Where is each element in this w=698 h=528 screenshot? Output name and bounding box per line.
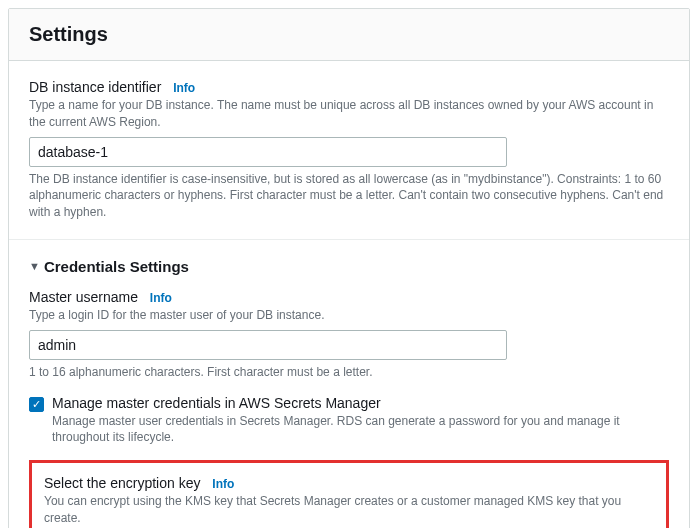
encryption-label: Select the encryption key (44, 475, 200, 491)
manage-secrets-checkbox[interactable]: ✓ (29, 397, 44, 412)
db-identifier-info-link[interactable]: Info (173, 81, 195, 95)
encryption-highlight-box: Select the encryption key Info You can e… (29, 460, 669, 528)
panel-header: Settings (9, 9, 689, 61)
manage-secrets-text: Manage master credentials in AWS Secrets… (52, 395, 669, 447)
encryption-info-link[interactable]: Info (212, 477, 234, 491)
master-username-label: Master username (29, 289, 138, 305)
db-identifier-field: DB instance identifier Info Type a name … (29, 79, 669, 221)
master-username-info-link[interactable]: Info (150, 291, 172, 305)
db-identifier-helper: Type a name for your DB instance. The na… (29, 97, 669, 131)
panel-title: Settings (29, 23, 669, 46)
db-identifier-label: DB instance identifier (29, 79, 161, 95)
master-username-label-row: Master username Info (29, 289, 669, 305)
master-username-helper: Type a login ID for the master user of y… (29, 307, 669, 324)
master-username-constraint: 1 to 16 alphanumeric characters. First c… (29, 364, 669, 381)
divider (9, 239, 689, 240)
panel-body: DB instance identifier Info Type a name … (9, 61, 689, 528)
manage-secrets-label: Manage master credentials in AWS Secrets… (52, 395, 669, 411)
credentials-section-header[interactable]: ▼ Credentials Settings (29, 258, 669, 275)
db-identifier-input[interactable] (29, 137, 507, 167)
encryption-label-row: Select the encryption key Info (44, 475, 654, 491)
check-icon: ✓ (32, 399, 41, 410)
settings-panel: Settings DB instance identifier Info Typ… (8, 8, 690, 528)
master-username-input[interactable] (29, 330, 507, 360)
encryption-helper: You can encrypt using the KMS key that S… (44, 493, 654, 527)
caret-down-icon: ▼ (29, 260, 40, 272)
db-identifier-constraint: The DB instance identifier is case-insen… (29, 171, 669, 221)
db-identifier-label-row: DB instance identifier Info (29, 79, 669, 95)
manage-secrets-desc: Manage master user credentials in Secret… (52, 413, 669, 447)
master-username-field: Master username Info Type a login ID for… (29, 289, 669, 381)
manage-secrets-row: ✓ Manage master credentials in AWS Secre… (29, 395, 669, 447)
credentials-section-title: Credentials Settings (44, 258, 189, 275)
